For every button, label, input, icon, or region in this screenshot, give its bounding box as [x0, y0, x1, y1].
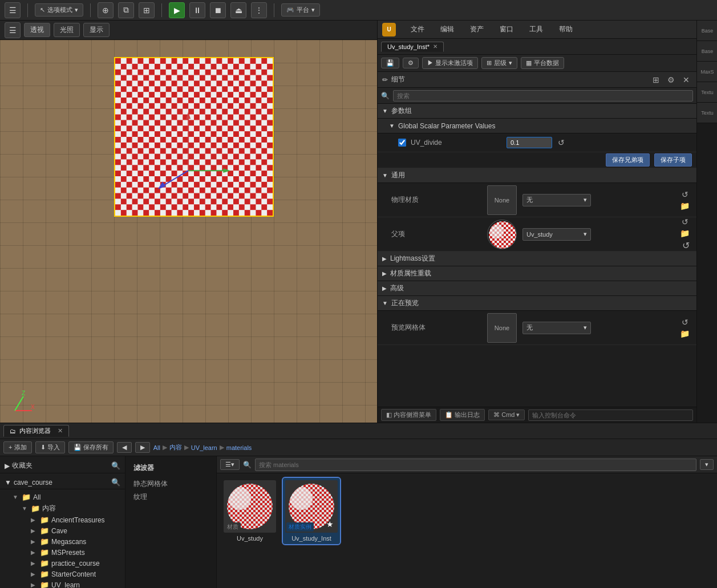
cave-course-search-icon[interactable]: 🔍	[111, 478, 120, 486]
advanced-header[interactable]: ▶ 高级	[378, 281, 696, 296]
import-button[interactable]: ⬇ 导入	[35, 441, 65, 453]
parent-undo-button[interactable]: ↺	[680, 239, 692, 252]
tree-item-content[interactable]: ▼ 📁 内容	[0, 502, 125, 514]
breadcrumb-uvlearn[interactable]: UV_learn	[191, 444, 217, 451]
strip-item-4[interactable]: Textu	[697, 103, 717, 123]
global-scalar-header[interactable]: ▼ Global Scalar Parameter Values	[378, 119, 696, 133]
eject-button[interactable]: ⏏	[230, 2, 246, 18]
settings-button[interactable]: ⚙	[403, 58, 419, 68]
general-section-header[interactable]: ▼ 通用	[378, 168, 696, 183]
strip-item-3[interactable]: Textu	[697, 82, 717, 103]
params-group-header[interactable]: ▼ 参数组	[378, 104, 696, 119]
pause-button[interactable]: ⏸	[189, 2, 205, 18]
transform-button[interactable]: ⧉	[118, 2, 134, 18]
preview-open-button[interactable]: 📁	[678, 328, 692, 339]
preview-header[interactable]: ▼ 正在预览	[378, 296, 696, 311]
show-button[interactable]: 显示	[83, 23, 110, 37]
lightmass-header[interactable]: ▶ Lightmass设置	[378, 252, 696, 266]
forward-button[interactable]: ▶	[135, 442, 150, 453]
asset-item-0[interactable]: 材质 Uv_study	[221, 478, 278, 544]
tree-item-practicecourse[interactable]: ▶ 📁 practice_course	[0, 558, 125, 569]
platform-button[interactable]: 🎮 平台 ▾	[281, 3, 320, 17]
parent-open-button[interactable]: 📁	[678, 228, 692, 239]
parent-refresh-button[interactable]: ↺	[678, 216, 692, 228]
physical-open-button[interactable]: 📁	[678, 200, 692, 212]
save-all-button[interactable]: 💾 保存所有	[68, 441, 114, 453]
console-input[interactable]	[528, 409, 693, 421]
menu-tools[interactable]: 工具	[526, 22, 546, 37]
tree-item-cave[interactable]: ▶ 📁 Cave	[0, 525, 125, 536]
layers-button[interactable]: ⊞ 层级 ▾	[481, 57, 517, 69]
cb-tab-close-button[interactable]: ✕	[58, 427, 63, 435]
tree-item-megascans[interactable]: ▶ 📁 Megascans	[0, 536, 125, 547]
stop-button[interactable]: ⏹	[210, 2, 226, 18]
details-search-input[interactable]	[393, 90, 693, 102]
preview-mesh-dropdown[interactable]: 无 ▾	[522, 322, 591, 334]
tree-item-startercontent[interactable]: ▶ 📁 StarterContent	[0, 569, 125, 579]
details-close-button[interactable]: ✕	[680, 74, 692, 86]
content-sidebar-button[interactable]: ◧ 内容侧滑菜单	[381, 409, 436, 421]
tab-close-button[interactable]: ✕	[433, 43, 438, 50]
breadcrumb-sep-2: ▶	[184, 444, 189, 451]
lightmass-arrow-icon: ▶	[382, 256, 387, 262]
filter-dropdown-button[interactable]: ▾	[700, 459, 714, 470]
add-button[interactable]: ⊕	[98, 2, 114, 18]
viewport[interactable]: X Z	[0, 40, 377, 423]
physical-material-none-btn[interactable]: None	[487, 185, 517, 215]
add-button[interactable]: + 添加	[3, 441, 32, 453]
axis-widget: X Z	[9, 391, 32, 413]
strip-item-2[interactable]: MaxS	[697, 62, 717, 82]
uv-divide-undo-button[interactable]: ↺	[556, 137, 567, 148]
menu-file[interactable]: 文件	[407, 22, 428, 37]
preview-refresh-button[interactable]: ↺	[678, 317, 692, 328]
platform-data-button[interactable]: ▦ 平台数据	[521, 57, 564, 69]
preview-mesh-none-btn[interactable]: None	[487, 313, 517, 343]
breadcrumb-content[interactable]: 内容	[169, 443, 182, 452]
play-button[interactable]: ▶	[169, 2, 185, 18]
save-button[interactable]: 💾	[381, 58, 399, 68]
breadcrumb-all[interactable]: All	[153, 444, 160, 451]
physical-material-dropdown[interactable]: 无 ▾	[522, 194, 591, 206]
show-inactive-button[interactable]: ▶ 显示未激活项	[422, 57, 478, 69]
cmd-button[interactable]: ⌘ Cmd ▾	[488, 409, 525, 420]
preview-mesh-row: 预览网格体 None 无 ▾ ↺ 📁	[378, 311, 696, 345]
tree-item-mspresets[interactable]: ▶ 📁 MSPresets	[0, 547, 125, 558]
strip-item-0[interactable]: Base	[697, 21, 717, 41]
view-options-button[interactable]: ☰▾	[220, 459, 240, 470]
viewport-menu-button[interactable]: ☰	[5, 22, 21, 38]
perspective-button[interactable]: 透视	[24, 23, 50, 37]
asset-item-1[interactable]: ★ 材质实例 Uv_study_Inst	[283, 478, 340, 544]
back-button[interactable]: ◀	[117, 442, 132, 453]
save-sibling-button[interactable]: 保存兄弟项	[606, 153, 650, 167]
material-tab[interactable]: Uv_study_Inst* ✕	[381, 42, 444, 52]
menu-edit[interactable]: 编辑	[437, 22, 457, 37]
menu-asset[interactable]: 资产	[467, 22, 487, 37]
tree-item-all[interactable]: ▼ 📁 All	[0, 492, 125, 502]
brush-button[interactable]: ⊞	[139, 2, 155, 18]
uv-divide-input[interactable]	[507, 137, 552, 148]
uv-divide-checkbox[interactable]	[398, 139, 406, 147]
tree-item-uvlearn[interactable]: ▶ 📁 UV_learn	[0, 579, 125, 588]
parent-dropdown[interactable]: Uv_study ▾	[522, 228, 591, 241]
details-settings-button[interactable]: ⚙	[665, 74, 677, 86]
collections-search-icon[interactable]: 🔍	[111, 461, 120, 470]
more-button[interactable]: ⋮	[251, 2, 267, 18]
tree-item-ancienttreasures[interactable]: ▶ 📁 AncientTreasures	[0, 514, 125, 525]
save-child-button[interactable]: 保存子项	[654, 153, 692, 167]
breadcrumb-materials[interactable]: materials	[226, 444, 252, 451]
menu-window[interactable]: 窗口	[496, 22, 517, 37]
select-mode-button[interactable]: ↖ 选项模式 ▾	[35, 3, 83, 17]
physical-refresh-button[interactable]: ↺	[678, 189, 692, 200]
strip-item-1[interactable]: Base	[697, 41, 717, 62]
menu-button[interactable]: ☰	[5, 2, 21, 18]
menu-help[interactable]: 帮助	[556, 22, 576, 37]
lit-button[interactable]: 光照	[54, 23, 80, 37]
filter-static-mesh[interactable]: 静态网格体	[130, 477, 212, 490]
asset-search-input[interactable]	[255, 459, 696, 471]
content-browser-tab[interactable]: 🗂 内容浏览器 ✕	[3, 425, 69, 437]
filter-texture[interactable]: 纹理	[130, 490, 212, 504]
material-attrs-header[interactable]: ▶ 材质属性重载	[378, 266, 696, 281]
details-grid-button[interactable]: ⊞	[650, 74, 662, 86]
output-log-button[interactable]: 📋 输出日志	[440, 409, 485, 421]
asset-toolbar: ☰▾ 🔍 ▾	[217, 456, 717, 473]
